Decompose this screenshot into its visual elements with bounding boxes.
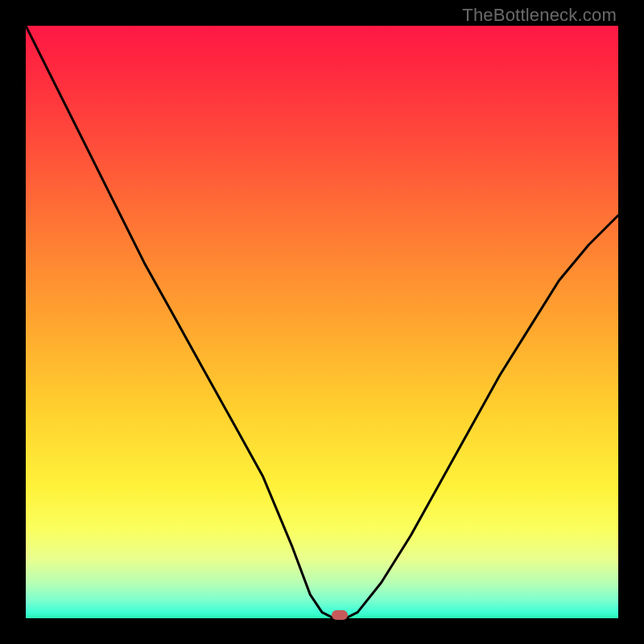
plot-area	[26, 26, 618, 618]
watermark-text: TheBottleneck.com	[462, 5, 617, 26]
bottleneck-curve	[26, 26, 618, 618]
optimal-point-marker	[332, 610, 348, 620]
chart-frame: TheBottleneck.com	[0, 0, 644, 644]
